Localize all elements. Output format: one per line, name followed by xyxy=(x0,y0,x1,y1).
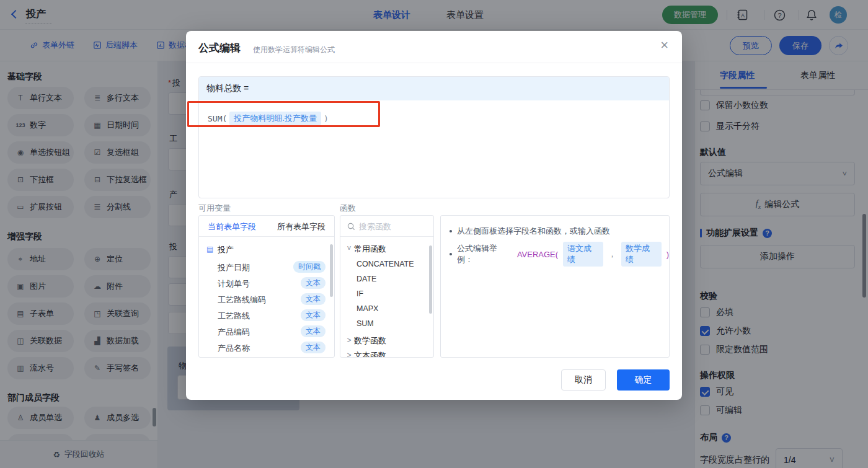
bullet-icon xyxy=(450,230,452,232)
annotation-red-box xyxy=(187,101,380,127)
formula-editor[interactable]: 物料总数 = SUM( 投产物料明细.投产数量 ) xyxy=(198,76,670,198)
formula-target: 物料总数 = xyxy=(199,77,669,100)
function-item[interactable]: SUM xyxy=(340,317,433,333)
chevron-down-icon: ˅ xyxy=(345,244,353,253)
function-item[interactable]: CONCATENATE xyxy=(340,258,433,274)
type-badge: 文本 xyxy=(301,325,326,337)
panel-scrollbar[interactable] xyxy=(429,245,432,314)
panel-scrollbar[interactable] xyxy=(330,244,333,297)
search-placeholder: 搜索函数 xyxy=(359,221,391,232)
functions-panel: 搜索函数 ˅常用函数 CONCATENATE DATE IF MAPX SUM … xyxy=(340,215,434,358)
document-icon: ▤ xyxy=(206,245,213,254)
help-example: 公式编辑举例：AVERAGE( 语文成绩 ， 数学成绩 ) xyxy=(450,242,669,267)
variables-panel: 当前表单字段 所有表单字段 ▤ 投产 投产日期时间戳 计划单号文本 工艺路线编码… xyxy=(198,215,335,358)
type-badge: 时间戳 xyxy=(293,261,326,273)
function-group[interactable]: ˃数学函数 xyxy=(340,333,433,350)
formula-editor-modal: 公式编辑 使用数学运算符编辑公式 × 物料总数 = SUM( 投产物料明细.投产… xyxy=(186,31,682,400)
type-badge: 文本 xyxy=(301,293,326,305)
chevron-right-icon: ˃ xyxy=(345,351,353,358)
type-badge: 文本 xyxy=(301,277,326,289)
example-field-token: 数学成绩 xyxy=(621,242,662,267)
variable-item[interactable]: 工艺路线文本 xyxy=(199,307,334,324)
variable-item[interactable]: 工艺路线编码文本 xyxy=(199,291,334,307)
function-group[interactable]: ˅常用函数 xyxy=(340,242,433,258)
variable-item[interactable]: 投产日期时间戳 xyxy=(199,259,334,275)
variables-label: 可用变量 xyxy=(198,203,231,214)
variables-tabs: 当前表单字段 所有表单字段 xyxy=(199,216,334,237)
help-tip: 从左侧面板选择字段名和函数，或输入函数 xyxy=(450,226,610,237)
chevron-right-icon: ˃ xyxy=(345,336,353,345)
variable-item[interactable]: 产品名称文本 xyxy=(199,340,334,356)
functions-label: 函数 xyxy=(340,203,356,214)
function-search[interactable]: 搜索函数 xyxy=(340,216,433,237)
search-icon xyxy=(347,223,355,231)
bullet-icon xyxy=(450,253,452,255)
form-root-node[interactable]: ▤ 投产 xyxy=(199,242,334,258)
function-item[interactable]: DATE xyxy=(340,273,433,289)
close-icon[interactable]: × xyxy=(660,38,668,52)
type-badge: 文本 xyxy=(301,309,326,321)
form-name: 投产 xyxy=(218,244,234,255)
function-item[interactable]: IF xyxy=(340,288,433,304)
function-item[interactable]: MAPX xyxy=(340,302,433,319)
modal-subtitle: 使用数学运算符编辑公式 xyxy=(253,45,335,55)
function-group[interactable]: ˃文本函数 xyxy=(340,348,433,358)
example-field-token: 语文成绩 xyxy=(563,242,603,267)
confirm-button[interactable]: 确定 xyxy=(617,369,670,391)
divider xyxy=(186,63,682,63)
type-badge: 文本 xyxy=(301,342,326,353)
tab-current-form-fields[interactable]: 当前表单字段 xyxy=(208,221,256,232)
variable-item[interactable]: 计划单号文本 xyxy=(199,275,334,291)
help-panel: 从左侧面板选择字段名和函数，或输入函数 公式编辑举例：AVERAGE( 语文成绩… xyxy=(440,215,670,358)
tab-all-form-fields[interactable]: 所有表单字段 xyxy=(277,221,326,232)
variable-item[interactable]: 产品编码文本 xyxy=(199,324,334,340)
example-function: AVERAGE( xyxy=(517,250,558,259)
cancel-button[interactable]: 取消 xyxy=(561,369,606,391)
modal-title: 公式编辑 xyxy=(198,41,241,55)
